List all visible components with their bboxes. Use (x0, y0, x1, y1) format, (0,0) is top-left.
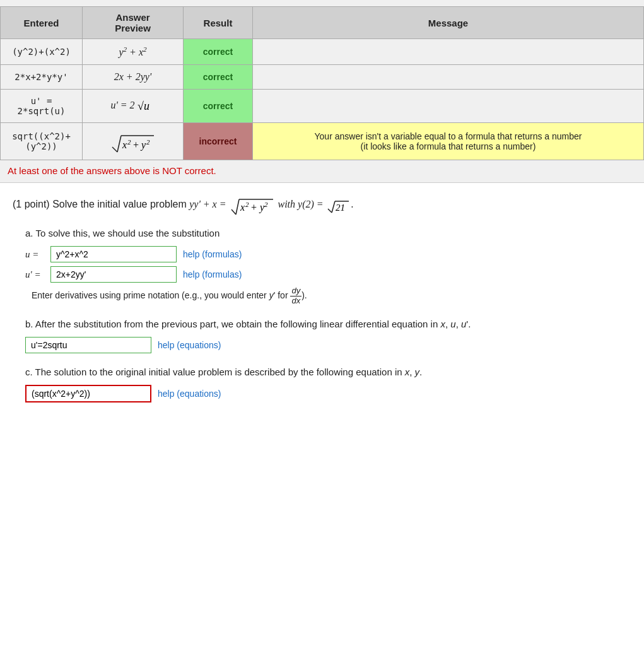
help-formulas-link-2[interactable]: help (formulas) (183, 269, 242, 279)
svg-line-17 (328, 209, 332, 213)
svg-text:2: 2 (127, 138, 131, 146)
part-a-label: a. To solve this, we should use the subs… (25, 226, 631, 241)
entered-cell-3: u' = 2*sqrt(u) (1, 90, 83, 123)
svg-text:2: 2 (146, 138, 150, 146)
uprime-input[interactable] (50, 266, 177, 283)
result-cell-3: correct (184, 90, 253, 123)
svg-text:y: y (140, 139, 146, 151)
part-a: a. To solve this, we should use the subs… (13, 226, 631, 305)
u-input[interactable] (50, 246, 177, 262)
table-row: (y^2)+(x^2) y2 + x2 correct (1, 39, 644, 65)
uprime-input-row: u' = help (formulas) (25, 266, 631, 283)
preview-cell-4: x 2 + y 2 (83, 123, 184, 160)
b-input[interactable] (25, 337, 151, 353)
result-cell-1: correct (184, 39, 253, 65)
entered-cell-2: 2*x+2*y*y' (1, 65, 83, 90)
message-cell-4: Your answer isn't a variable equal to a … (253, 123, 644, 160)
svg-text:√u: √u (138, 100, 149, 112)
message-cell-2 (253, 65, 644, 90)
table-row: 2*x+2*y*y' 2x + 2yy' correct (1, 65, 644, 90)
preview-cell-3: u' = 2 √u (83, 90, 184, 123)
svg-line-9 (231, 209, 236, 214)
help-formulas-link-1[interactable]: help (formulas) (183, 249, 242, 259)
c-input-row: help (equations) (25, 385, 631, 402)
part-c-label: c. The solution to the original initial … (25, 365, 631, 380)
svg-text:+: + (250, 202, 257, 213)
preview-cell-1: y2 + x2 (83, 39, 184, 65)
entered-cell-1: (y^2)+(x^2) (1, 39, 83, 65)
result-cell-2: correct (184, 65, 253, 90)
answer-table: Entered AnswerPreview Result Message (y^… (0, 6, 644, 160)
part-b: b. After the substitution from the previ… (13, 317, 631, 353)
col-header-entered: Entered (1, 7, 83, 39)
svg-text:21: 21 (336, 203, 345, 213)
uprime-label: u' = (25, 269, 44, 280)
svg-text:2: 2 (245, 201, 249, 208)
notation-note: Enter derivatives using prime notation (… (25, 286, 631, 305)
col-header-preview: AnswerPreview (83, 7, 184, 39)
col-header-message: Message (253, 7, 644, 39)
svg-line-10 (236, 199, 239, 214)
answer-table-section: Entered AnswerPreview Result Message (y^… (0, 0, 644, 182)
problem-section: (1 point) Solve the initial value proble… (0, 182, 644, 426)
at-least-one-message: At least one of the answers above is NOT… (0, 160, 644, 182)
svg-text:x: x (240, 202, 245, 213)
entered-cell-4: sqrt((x^2)+(y^2)) (1, 123, 83, 160)
problem-statement: (1 point) Solve the initial value proble… (13, 194, 631, 216)
message-cell-1 (253, 39, 644, 65)
svg-text:2: 2 (264, 201, 268, 208)
u-input-row: u = help (formulas) (25, 246, 631, 262)
svg-line-1 (112, 147, 117, 152)
table-row: sqrt((x^2)+(y^2)) x 2 + y (1, 123, 644, 160)
c-input[interactable] (25, 385, 151, 402)
svg-line-18 (332, 201, 335, 213)
statement-text: Solve the initial value problem yy' + x … (52, 199, 353, 209)
svg-text:x: x (122, 139, 127, 150)
help-equations-link-1[interactable]: help (equations) (158, 340, 221, 350)
part-c: c. The solution to the original initial … (13, 365, 631, 402)
preview-cell-2: 2x + 2yy' (83, 65, 184, 90)
points-label: (1 point) (13, 199, 50, 209)
svg-text:+: + (132, 139, 139, 150)
svg-line-2 (117, 136, 121, 152)
col-header-result: Result (184, 7, 253, 39)
u-label: u = (25, 249, 44, 260)
part-b-label: b. After the substitution from the previ… (25, 317, 631, 332)
b-input-row: help (equations) (25, 337, 631, 353)
result-cell-4: incorrect (184, 123, 253, 160)
table-row: u' = 2*sqrt(u) u' = 2 √u correct (1, 90, 644, 123)
message-cell-3 (253, 90, 644, 123)
help-equations-link-2[interactable]: help (equations) (158, 389, 221, 399)
